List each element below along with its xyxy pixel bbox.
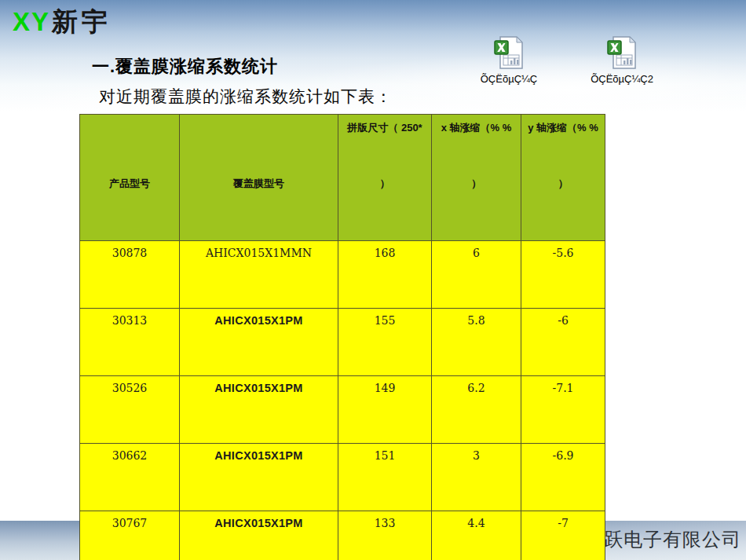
cell-panel-size: 168 [338,241,432,309]
cell-film: AHICX015X1PM [180,511,338,560]
cell-product: 30878 [80,241,180,309]
cell-film: AHICX015X1PM [180,376,338,444]
excel-file-icon [494,58,524,71]
cell-x-shrink: 6 [432,241,521,309]
excel-file-label: ÕÇËõµÇ¼Ç [458,73,560,85]
table-body: 30878AHICX015X1MMN1686-5.630313AHICX015X… [80,241,605,560]
cell-product: 30313 [80,309,180,376]
logo-cn: 新宇 [52,7,112,36]
slide: 跃电子有限公司 XY新宇 一.覆盖膜涨缩系数统计 对近期覆盖膜的涨缩系数统计如下… [0,0,746,560]
coverage-film-table: 产品型号覆盖膜型号拼版尺寸（ 250*）x 轴涨缩（% %）y 轴涨缩（% %）… [79,114,605,560]
column-header: y 轴涨缩（% %） [521,115,605,241]
cell-x-shrink: 6.2 [432,376,521,444]
excel-file-icon [607,58,637,71]
cell-y-shrink: -5.6 [521,241,605,309]
column-header: 产品型号 [80,115,180,241]
cell-x-shrink: 4.4 [432,511,521,560]
table-row: 30878AHICX015X1MMN1686-5.6 [80,241,605,309]
cell-panel-size: 151 [338,444,432,511]
cell-product: 30662 [80,444,180,511]
excel-file-label: ÕÇËõµÇ¼Ç2 [571,73,673,85]
cell-y-shrink: -6.9 [521,444,605,511]
embedded-excel-file-2[interactable]: ÕÇËõµÇ¼Ç2 [571,36,673,85]
column-header: 拼版尺寸（ 250*） [338,115,432,241]
logo-xy: XY [13,7,50,36]
column-header: x 轴涨缩（% %） [432,115,521,241]
table-row: 30767AHICX015X1PM1334.4-7 [80,511,605,560]
table-row: 30313AHICX015X1PM1555.8-6 [80,309,605,376]
table-header-row: 产品型号覆盖膜型号拼版尺寸（ 250*）x 轴涨缩（% %）y 轴涨缩（% %） [80,115,605,241]
cell-product: 30526 [80,376,180,444]
cell-y-shrink: -6 [521,309,605,376]
cell-film: AHICX015X1MMN [180,241,338,309]
cell-x-shrink: 3 [432,444,521,511]
table-row: 30526AHICX015X1PM1496.2-7.1 [80,376,605,444]
cell-y-shrink: -7 [521,511,605,560]
cell-film: AHICX015X1PM [180,309,338,376]
cell-x-shrink: 5.8 [432,309,521,376]
column-header: 覆盖膜型号 [180,115,338,241]
company-name: 跃电子有限公司 [604,527,741,552]
subtitle: 对近期覆盖膜的涨缩系数统计如下表： [99,86,393,108]
cell-y-shrink: -7.1 [521,376,605,444]
page-title: 一.覆盖膜涨缩系数统计 [92,55,278,79]
table-row: 30662AHICX015X1PM1513-6.9 [80,444,605,511]
cell-film: AHICX015X1PM [180,444,338,511]
cell-panel-size: 133 [338,511,432,560]
cell-panel-size: 149 [338,376,432,444]
embedded-excel-file-1[interactable]: ÕÇËõµÇ¼Ç [458,36,560,85]
logo: XY新宇 [13,5,112,40]
cell-product: 30767 [80,511,180,560]
cell-panel-size: 155 [338,309,432,376]
